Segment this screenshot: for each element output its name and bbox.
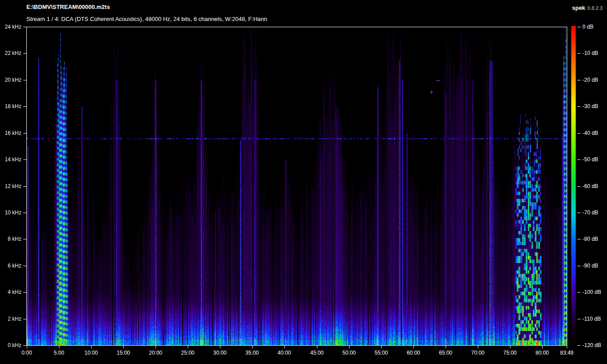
time-tick xyxy=(91,346,92,348)
db-tick xyxy=(577,266,581,266)
time-tick xyxy=(349,346,350,348)
time-tick-label: 30:00 xyxy=(207,350,233,356)
spectrogram-frame xyxy=(26,27,567,346)
time-tick xyxy=(413,346,414,348)
freq-tick-label: 14 kHz xyxy=(0,156,21,163)
app-window: { "window": { "file_path": "E:\\BDMV\\ST… xyxy=(0,0,607,364)
time-tick xyxy=(567,346,567,348)
db-tick xyxy=(577,239,581,239)
time-tick-label: 55:00 xyxy=(368,350,395,356)
freq-tick-label: 20 kHz xyxy=(0,77,21,83)
time-tick-label: 35:00 xyxy=(239,350,266,356)
freq-tick xyxy=(23,266,26,266)
db-tick-label: -80 dB xyxy=(582,236,598,242)
freq-tick-label: 10 kHz xyxy=(0,209,21,216)
freq-tick-label: 4 kHz xyxy=(0,289,21,295)
freq-tick-label: 6 kHz xyxy=(0,263,21,269)
time-tick xyxy=(59,346,59,348)
db-tick xyxy=(577,345,581,346)
freq-tick-label: 2 kHz xyxy=(0,316,21,322)
time-tick xyxy=(317,346,317,348)
time-tick xyxy=(220,346,220,348)
db-tick-label: -100 dB xyxy=(582,289,601,295)
freq-tick-label: 16 kHz xyxy=(0,130,21,136)
time-tick xyxy=(123,346,124,348)
freq-tick-label: 12 kHz xyxy=(0,183,21,189)
time-tick-label: 25:00 xyxy=(174,350,201,356)
time-tick-label: 50:00 xyxy=(336,350,363,356)
freq-tick xyxy=(23,345,26,346)
time-tick xyxy=(252,346,253,348)
time-tick-label: 70:00 xyxy=(464,350,491,356)
app-version: 0.8.2.3 xyxy=(587,5,603,11)
db-tick-label: -50 dB xyxy=(582,156,598,163)
time-tick-label: 5:00 xyxy=(46,350,72,356)
db-tick xyxy=(577,292,581,293)
db-tick-label: -90 dB xyxy=(582,263,598,269)
freq-tick-label: 24 kHz xyxy=(0,24,21,30)
freq-tick xyxy=(23,106,26,107)
freq-tick xyxy=(23,53,26,54)
time-tick xyxy=(381,346,382,348)
file-path-title: E:\BDMV\STREAM\00000.m2ts xyxy=(26,4,110,10)
freq-tick xyxy=(23,292,26,293)
time-tick-label: 15:00 xyxy=(110,350,137,356)
db-tick-label: -20 dB xyxy=(582,77,598,83)
time-tick xyxy=(188,346,188,348)
db-tick xyxy=(577,213,581,213)
time-tick-label: 0:00 xyxy=(13,350,40,356)
db-tick xyxy=(577,106,581,107)
app-name: spek xyxy=(572,4,586,11)
time-tick-label: 65:00 xyxy=(432,350,459,356)
time-tick-label: 83:49 xyxy=(553,350,580,356)
freq-tick xyxy=(23,133,26,134)
freq-tick xyxy=(23,80,26,80)
time-tick xyxy=(27,346,27,348)
app-brand: spek0.8.2.3 xyxy=(572,4,603,11)
db-tick xyxy=(577,186,581,187)
stream-info: Stream 1 / 4: DCA (DTS Coherent Acoustic… xyxy=(26,16,267,22)
time-tick xyxy=(446,346,446,348)
db-tick-label: -10 dB xyxy=(582,50,598,56)
db-tick-label: -30 dB xyxy=(582,103,598,109)
time-tick-label: 60:00 xyxy=(400,350,427,356)
freq-tick-label: 8 kHz xyxy=(0,236,21,242)
time-tick xyxy=(156,346,156,348)
db-tick xyxy=(577,27,581,27)
freq-tick-label: 22 kHz xyxy=(0,50,21,56)
time-tick-label: 40:00 xyxy=(271,350,298,356)
db-tick-label: -60 dB xyxy=(582,183,598,189)
db-tick xyxy=(577,133,581,134)
db-tick xyxy=(577,53,581,54)
time-tick xyxy=(542,346,543,348)
freq-tick xyxy=(23,186,26,187)
time-tick-label: 75:00 xyxy=(497,350,523,356)
db-tick xyxy=(577,159,581,160)
time-tick-label: 20:00 xyxy=(142,350,169,356)
spectrogram-canvas xyxy=(27,27,567,345)
freq-tick-label: 0 kHz xyxy=(0,342,21,348)
time-tick-label: 45:00 xyxy=(304,350,330,356)
time-tick-label: 80:00 xyxy=(529,350,556,356)
time-tick-label: 10:00 xyxy=(78,350,105,356)
freq-tick xyxy=(23,159,26,160)
time-tick xyxy=(478,346,478,348)
freq-tick xyxy=(23,213,26,213)
freq-tick xyxy=(23,239,26,239)
time-tick xyxy=(510,346,510,348)
db-tick xyxy=(577,319,581,319)
freq-tick xyxy=(23,27,26,27)
freq-tick xyxy=(23,319,26,319)
db-tick-label: -40 dB xyxy=(582,130,598,136)
db-tick-label: -110 dB xyxy=(582,316,601,322)
colorbar-canvas xyxy=(571,26,576,346)
db-tick-label: -120 dB xyxy=(582,342,601,348)
db-tick xyxy=(577,80,581,80)
freq-tick-label: 18 kHz xyxy=(0,103,21,109)
db-tick-label: -70 dB xyxy=(582,209,598,216)
time-tick xyxy=(284,346,285,348)
db-tick-label: 0 dB xyxy=(582,24,594,30)
